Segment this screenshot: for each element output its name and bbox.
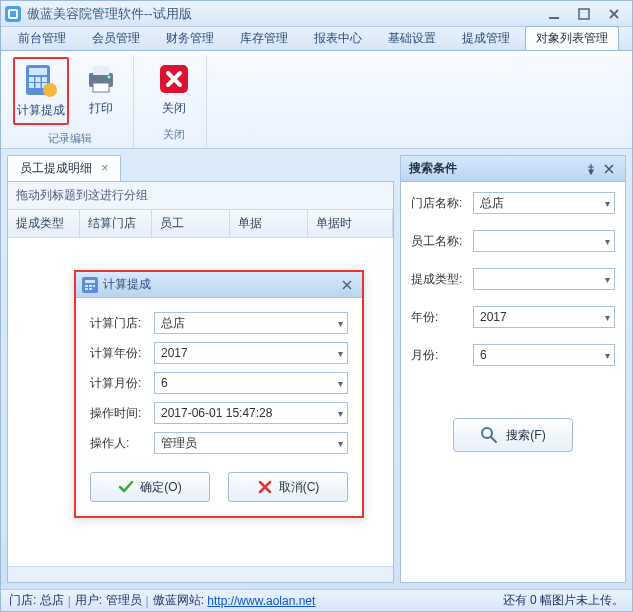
op-time-field[interactable]: 2017-06-01 15:47:28▾ <box>154 402 348 424</box>
group-hint: 拖动列标题到这进行分组 <box>8 182 393 210</box>
ok-button[interactable]: 确定(O) <box>90 472 210 502</box>
status-user-label: 用户: <box>75 592 102 609</box>
search-month-field[interactable]: 6▾ <box>473 344 615 366</box>
svg-rect-2 <box>10 11 16 17</box>
maximize-button[interactable] <box>570 5 598 23</box>
search-button[interactable]: 搜索(F) <box>453 418 573 452</box>
ribbon-print-button[interactable]: 打印 <box>75 57 127 125</box>
tab-commission[interactable]: 提成管理 <box>451 26 521 50</box>
tab-settings[interactable]: 基础设置 <box>377 26 447 50</box>
col-employee[interactable]: 员工 <box>152 210 230 237</box>
ribbon-group-close: 关闭 关闭 <box>142 55 207 148</box>
cancel-button[interactable]: 取消(C) <box>228 472 348 502</box>
svg-rect-22 <box>89 285 92 287</box>
search-store-field[interactable]: 总店▾ <box>473 192 615 214</box>
status-right: 还有 0 幅图片未上传。 <box>503 592 624 609</box>
chevron-down-icon: ▾ <box>338 378 343 389</box>
status-url-link[interactable]: http://www.aolan.net <box>207 594 315 608</box>
svg-rect-15 <box>93 66 109 75</box>
chevron-down-icon: ▾ <box>605 236 610 247</box>
calc-year-label: 计算年份: <box>90 345 148 362</box>
svg-rect-16 <box>93 83 109 92</box>
ribbon-close-button[interactable]: 关闭 <box>148 57 200 121</box>
tab-inventory[interactable]: 库存管理 <box>229 26 299 50</box>
svg-rect-3 <box>549 17 559 19</box>
col-doc-time[interactable]: 单据时 <box>308 210 393 237</box>
magnifier-icon <box>480 426 498 444</box>
status-store: 总店 <box>40 592 64 609</box>
op-user-field[interactable]: 管理员▾ <box>154 432 348 454</box>
pin-icon[interactable] <box>583 161 599 177</box>
dialog-body: 计算门店: 总店▾ 计算年份: 2017▾ 计算月份: 6▾ <box>76 298 362 472</box>
doc-tab[interactable]: 员工提成明细 × <box>7 155 121 181</box>
status-site-label: 傲蓝网站: <box>153 592 204 609</box>
check-icon <box>118 479 134 495</box>
search-type-field[interactable]: ▾ <box>473 268 615 290</box>
calc-month-value: 6 <box>161 376 168 390</box>
search-employee-field[interactable]: ▾ <box>473 230 615 252</box>
col-settle-store[interactable]: 结算门店 <box>80 210 152 237</box>
doc-tab-close-icon[interactable]: × <box>101 161 108 175</box>
content-area: 员工提成明细 × 拖动列标题到这进行分组 提成类型 结算门店 员工 单据 单据时 <box>1 149 632 589</box>
ribbon-group-close-label: 关闭 <box>163 127 185 144</box>
chevron-down-icon: ▾ <box>338 438 343 449</box>
search-month-label: 月份: <box>411 347 467 364</box>
svg-rect-20 <box>85 280 95 283</box>
svg-point-13 <box>43 83 57 97</box>
svg-rect-6 <box>29 68 47 75</box>
grid-body: 计算提成 计算门店: 总店▾ 计算年份: <box>8 238 393 566</box>
doc-tab-label: 员工提成明细 <box>20 161 92 175</box>
close-window-button[interactable] <box>600 5 628 23</box>
op-user-label: 操作人: <box>90 435 148 452</box>
svg-rect-11 <box>36 83 41 88</box>
search-year-label: 年份: <box>411 309 467 326</box>
ribbon: 计算提成 打印 记录编辑 关闭 关闭 <box>1 51 632 149</box>
tab-member[interactable]: 会员管理 <box>81 26 151 50</box>
chevron-down-icon: ▾ <box>605 312 610 323</box>
horizontal-scrollbar[interactable] <box>8 566 393 582</box>
window-title: 傲蓝美容院管理软件--试用版 <box>27 5 538 23</box>
search-panel-title-label: 搜索条件 <box>409 160 581 177</box>
search-year-field[interactable]: 2017▾ <box>473 306 615 328</box>
left-panel: 员工提成明细 × 拖动列标题到这进行分组 提成类型 结算门店 员工 单据 单据时 <box>7 155 394 583</box>
search-month-value: 6 <box>480 348 487 362</box>
ribbon-calc-commission-button[interactable]: 计算提成 <box>13 57 69 125</box>
search-year-value: 2017 <box>480 310 507 324</box>
calc-commission-dialog: 计算提成 计算门店: 总店▾ 计算年份: <box>74 270 364 518</box>
tab-frontdesk[interactable]: 前台管理 <box>7 26 77 50</box>
op-time-value: 2017-06-01 15:47:28 <box>161 406 272 420</box>
col-doc[interactable]: 单据 <box>230 210 308 237</box>
app-icon <box>5 6 21 22</box>
op-user-value: 管理员 <box>161 435 197 452</box>
svg-rect-10 <box>29 83 34 88</box>
column-headers: 提成类型 结算门店 员工 单据 单据时 <box>8 210 393 238</box>
close-icon <box>156 61 192 97</box>
minimize-button[interactable] <box>540 5 568 23</box>
calc-store-field[interactable]: 总店▾ <box>154 312 348 334</box>
close-panel-icon[interactable] <box>601 161 617 177</box>
dialog-titlebar: 计算提成 <box>76 272 362 298</box>
search-panel-title: 搜索条件 <box>401 156 625 182</box>
chevron-down-icon: ▾ <box>338 348 343 359</box>
dialog-close-button[interactable] <box>338 276 356 294</box>
ribbon-print-label: 打印 <box>89 100 113 117</box>
op-time-label: 操作时间: <box>90 405 148 422</box>
calc-month-field[interactable]: 6▾ <box>154 372 348 394</box>
tab-report[interactable]: 报表中心 <box>303 26 373 50</box>
status-store-label: 门店: <box>9 592 36 609</box>
calc-store-label: 计算门店: <box>90 315 148 332</box>
tab-finance[interactable]: 财务管理 <box>155 26 225 50</box>
svg-rect-8 <box>36 77 41 82</box>
grid: 拖动列标题到这进行分组 提成类型 结算门店 员工 单据 单据时 <box>7 181 394 583</box>
ribbon-group-edit: 计算提成 打印 记录编辑 <box>7 55 134 148</box>
col-commission-type[interactable]: 提成类型 <box>8 210 80 237</box>
ribbon-group-edit-label: 记录编辑 <box>48 131 92 148</box>
svg-rect-24 <box>85 288 88 290</box>
chevron-down-icon: ▾ <box>605 274 610 285</box>
statusbar: 门店: 总店 | 用户: 管理员 | 傲蓝网站: http://www.aola… <box>1 589 632 611</box>
search-employee-label: 员工名称: <box>411 233 467 250</box>
tab-objectlist[interactable]: 对象列表管理 <box>525 26 619 50</box>
titlebar: 傲蓝美容院管理软件--试用版 <box>1 1 632 27</box>
calc-year-field[interactable]: 2017▾ <box>154 342 348 364</box>
ribbon-calc-commission-label: 计算提成 <box>17 102 65 119</box>
